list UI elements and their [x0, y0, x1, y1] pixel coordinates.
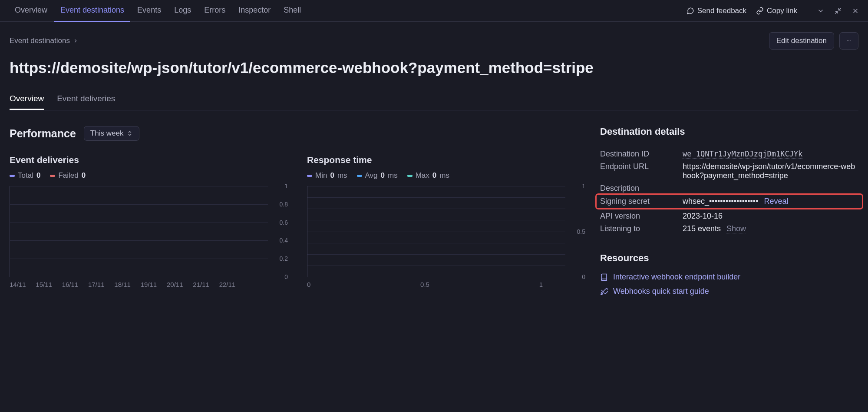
legend-label: Avg — [365, 171, 378, 180]
legend-unit: ms — [337, 171, 347, 180]
xtick: 20/11 — [167, 281, 193, 288]
chevron-down-button[interactable] — [817, 7, 825, 15]
svg-point-5 — [848, 40, 849, 41]
detail-value — [683, 184, 858, 193]
tab-logs[interactable]: Logs — [168, 0, 197, 22]
send-feedback-button[interactable]: Send feedback — [686, 7, 746, 15]
topnav-actions: Send feedback Copy link — [686, 6, 859, 16]
detail-signing-secret: Signing secret whsec_•••••••••••••••••• … — [597, 196, 861, 207]
page-title: https://demosite/wp-json/tutor/v1/ecomme… — [10, 59, 858, 76]
breadcrumb-parent[interactable]: Event destinations — [10, 37, 70, 45]
legend-label: Min — [315, 171, 327, 180]
legend-value: 0 — [82, 171, 86, 180]
chart-legend: Total 0 Failed 0 — [10, 171, 268, 180]
resource-quick-start[interactable]: Webhooks quick start guide — [600, 287, 858, 296]
topnav-tabs: Overview Event destinations Events Logs … — [9, 0, 686, 22]
destination-details-list: Destination ID we_1QNTr1JyMznDJzqjDm1KCJ… — [600, 148, 858, 235]
detail-description: Description — [600, 182, 858, 195]
legend-label: Total — [18, 171, 33, 180]
book-icon — [600, 273, 608, 281]
event-deliveries-chart: Event deliveries Total 0 Failed 0 — [10, 155, 268, 288]
date-range-selector[interactable]: This week — [84, 126, 140, 141]
copy-link-button[interactable]: Copy link — [756, 7, 797, 15]
chart-plot-area: 1 0.5 0 — [307, 186, 565, 277]
detail-label: Destination ID — [600, 150, 683, 159]
select-icon — [127, 130, 133, 136]
detail-label: API version — [600, 212, 683, 221]
listening-count: 215 events — [683, 224, 721, 233]
chart-legend: Min 0 ms Avg 0 ms Max — [307, 171, 565, 180]
ytick: 1 — [284, 183, 288, 189]
subtab-overview[interactable]: Overview — [10, 89, 44, 110]
legend-value: 0 — [381, 171, 385, 180]
detail-label: Signing secret — [600, 197, 683, 206]
detail-label: Description — [600, 184, 683, 193]
date-range-label: This week — [90, 129, 124, 138]
rocket-icon — [600, 288, 608, 296]
response-time-chart: Response time Min 0 ms Avg 0 ms — [307, 155, 565, 288]
destination-id-link[interactable]: we_1QNTr1JyMznDJzqjDm1KCJYk — [683, 150, 802, 159]
tab-events[interactable]: Events — [131, 0, 167, 22]
edit-destination-button[interactable]: Edit destination — [769, 32, 834, 50]
xtick: 14/11 — [10, 281, 36, 288]
sub-tabs: Overview Event deliveries — [10, 89, 858, 110]
breadcrumb: Event destinations — [10, 37, 79, 45]
detail-value: whsec_•••••••••••••••••• Reveal — [683, 197, 858, 206]
close-icon — [851, 7, 859, 15]
close-button[interactable] — [851, 7, 859, 15]
legend-value: 0 — [432, 171, 436, 180]
tab-inspector[interactable]: Inspector — [232, 0, 277, 22]
xtick: 18/11 — [114, 281, 140, 288]
legend-value: 0 — [330, 171, 334, 180]
legend-swatch-icon — [307, 175, 312, 177]
legend-swatch-icon — [357, 175, 362, 177]
detail-destination-id: Destination ID we_1QNTr1JyMznDJzqjDm1KCJ… — [600, 148, 858, 160]
resource-label: Webhooks quick start guide — [613, 287, 709, 296]
ytick: 0 — [582, 273, 585, 280]
resource-webhook-builder[interactable]: Interactive webhook endpoint builder — [600, 272, 858, 282]
top-navigation: Overview Event destinations Events Logs … — [0, 0, 868, 22]
legend-failed: Failed 0 — [50, 171, 86, 180]
detail-value: 215 events Show — [683, 224, 858, 233]
detail-label: Listening to — [600, 224, 683, 233]
chart-plot-area: 1 0.8 0.6 0.4 0.2 0 — [10, 186, 268, 277]
chart-title: Event deliveries — [10, 155, 268, 165]
reveal-secret-button[interactable]: Reveal — [764, 197, 788, 206]
ytick: 0.2 — [280, 255, 288, 262]
svg-line-1 — [835, 11, 837, 13]
tab-overview[interactable]: Overview — [9, 0, 53, 22]
detail-value[interactable]: we_1QNTr1JyMznDJzqjDm1KCJYk — [683, 150, 858, 159]
detail-value: 2023-10-16 — [683, 212, 858, 221]
tab-event-destinations[interactable]: Event destinations — [54, 0, 130, 22]
send-feedback-label: Send feedback — [697, 7, 746, 15]
svg-point-4 — [847, 40, 848, 41]
legend-max: Max 0 ms — [407, 171, 449, 180]
performance-title: Performance — [10, 127, 76, 140]
detail-api-version: API version 2023-10-16 — [600, 210, 858, 223]
ytick: 0.8 — [280, 201, 288, 208]
chart-xaxis: 0 0.5 1 — [307, 281, 565, 288]
tab-shell[interactable]: Shell — [277, 0, 307, 22]
more-actions-button[interactable] — [839, 32, 858, 50]
legend-label: Failed — [58, 171, 78, 180]
xtick: 0 — [307, 281, 386, 288]
ytick: 1 — [582, 183, 585, 189]
chart-title: Response time — [307, 155, 565, 165]
tab-errors[interactable]: Errors — [198, 0, 231, 22]
subtab-event-deliveries[interactable]: Event deliveries — [57, 89, 115, 110]
detail-listening-to: Listening to 215 events Show — [600, 223, 858, 235]
ytick: 0.5 — [577, 228, 585, 235]
show-events-button[interactable]: Show — [726, 224, 746, 233]
legend-unit: ms — [439, 171, 449, 180]
legend-total: Total 0 — [10, 171, 40, 180]
collapse-button[interactable] — [834, 7, 842, 15]
detail-endpoint-url: Endpoint URL https://demosite/wp-json/tu… — [600, 160, 858, 182]
xtick: 0.5 — [386, 281, 464, 288]
detail-value: https://demosite/wp-json/tutor/v1/ecomme… — [683, 162, 858, 180]
chevron-down-icon — [817, 7, 825, 15]
svg-point-6 — [850, 40, 851, 41]
legend-swatch-icon — [50, 175, 55, 177]
legend-swatch-icon — [407, 175, 413, 177]
xtick: 22/11 — [219, 281, 245, 288]
legend-avg: Avg 0 ms — [357, 171, 398, 180]
